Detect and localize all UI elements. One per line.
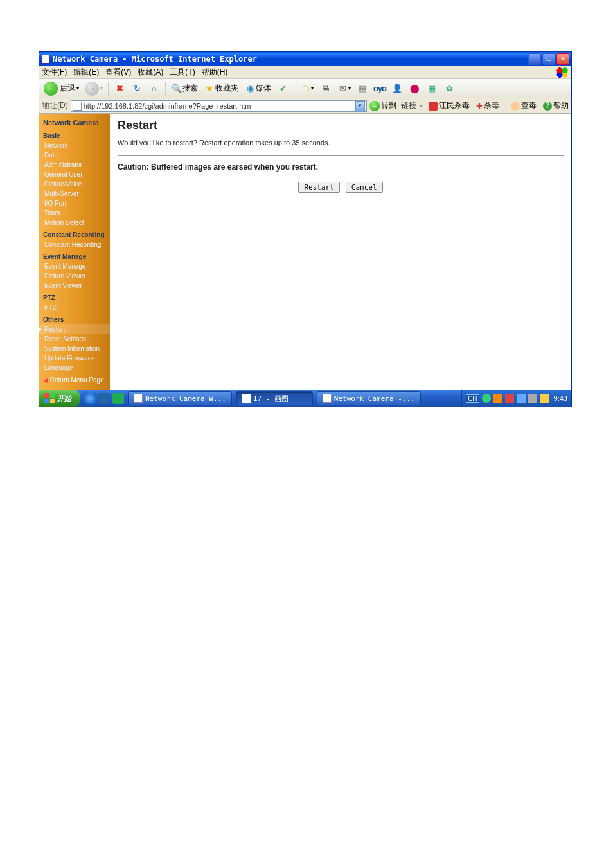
folder-button[interactable]: 🗀▾ — [298, 82, 315, 96]
plus-icon: ✚ — [476, 102, 483, 111]
sidebar-return-link[interactable]: Return Menu Page — [39, 373, 110, 385]
favorites-button[interactable]: ★ 收藏夹 — [202, 82, 240, 96]
tool-button-3[interactable]: ✿ — [441, 82, 457, 96]
sidebar-section-others: Others — [39, 312, 110, 324]
restart-button[interactable]: Restart — [298, 182, 339, 193]
maximize-button[interactable]: □ — [542, 53, 555, 65]
stop-button[interactable]: ✖ — [112, 82, 127, 96]
sidebar-item-picture-viewer[interactable]: Picture Viewer — [39, 271, 110, 281]
ql-app-icon[interactable] — [112, 393, 124, 404]
links-label[interactable]: 链接 — [401, 100, 416, 111]
taskbar-item-2[interactable]: 17 - 画图 — [236, 391, 313, 405]
sidebar-item-language[interactable]: Language — [39, 363, 110, 373]
tray-icon-1[interactable] — [482, 394, 491, 403]
tray-icon-4[interactable] — [517, 394, 526, 403]
sidebar-item-administrator[interactable]: Administrator — [39, 160, 110, 170]
start-button[interactable]: 开始 — [39, 390, 80, 407]
home-icon: ⌂ — [148, 83, 160, 94]
ext-link-3[interactable]: 查毒 — [511, 100, 537, 111]
ql-desktop-icon[interactable] — [98, 393, 110, 404]
taskbar-item-3[interactable]: Network Camera -... — [317, 391, 421, 405]
ie-small-icon — [323, 394, 332, 403]
sidebar-item-update-firmware[interactable]: Update Firmware — [39, 353, 110, 363]
msn-icon: 👤 — [391, 83, 403, 94]
main: Restart Would you like to restart? Resta… — [110, 114, 571, 390]
tray-icon-5[interactable] — [528, 394, 537, 403]
stop-icon: ✖ — [114, 83, 125, 94]
tool-icon-1: ⬤ — [409, 83, 420, 94]
tray-icon-3[interactable] — [505, 394, 514, 403]
address-input[interactable]: http://192.168.1.82/cgi/adminframe?Page=… — [71, 100, 367, 112]
sidebar-item-picture-voice[interactable]: Picture/Voice — [39, 179, 110, 189]
sidebar-item-restart[interactable]: Restart — [39, 324, 110, 334]
sidebar-section-basic: Basic — [39, 128, 110, 141]
go-label: 转到 — [381, 100, 396, 111]
mail-button[interactable]: ✉▾ — [335, 82, 353, 96]
close-button[interactable]: × — [556, 53, 569, 65]
address-label: 地址(D) — [42, 100, 68, 111]
history-button[interactable]: ✔ — [275, 82, 290, 96]
sidebar-item-multi-server[interactable]: Multi-Server — [39, 189, 110, 199]
tray-icon-2[interactable] — [493, 394, 502, 403]
button-row: Restart Cancel — [118, 182, 564, 193]
sidebar-item-event-viewer[interactable]: Event Viewer — [39, 281, 110, 290]
lang-indicator[interactable]: CH — [466, 394, 479, 403]
sidebar-item-network[interactable]: Network — [39, 141, 110, 150]
tool-button-2[interactable]: ▦ — [424, 82, 440, 96]
separator — [294, 82, 294, 96]
sidebar-item-reset-settings[interactable]: Reset Settings — [39, 334, 110, 344]
address-dropdown[interactable]: ▾ — [355, 101, 365, 111]
tool-button-1[interactable]: ⬤ — [407, 82, 422, 96]
menu-file[interactable]: 文件(F) — [42, 67, 67, 78]
menubar: 文件(F) 编辑(E) 查看(V) 收藏(A) 工具(T) 帮助(H) — [39, 66, 571, 79]
ext-link-1[interactable]: 江民杀毒 — [429, 100, 470, 111]
menu-tools[interactable]: 工具(T) — [170, 67, 195, 78]
menu-help[interactable]: 帮助(H) — [202, 67, 228, 78]
menu-favorites[interactable]: 收藏(A) — [138, 67, 163, 78]
sidebar-item-timer[interactable]: Timer — [39, 208, 110, 218]
msn-button[interactable]: 👤 — [389, 82, 405, 96]
sidebar-item-motion-detect[interactable]: Motion Detect — [39, 218, 110, 227]
sidebar-section-ptz: PTZ — [39, 290, 110, 303]
tool-icon-2: ▦ — [426, 83, 438, 94]
sidebar-item-io-port[interactable]: I/O Port — [39, 199, 110, 208]
search-button[interactable]: 🔍 搜索 — [169, 82, 200, 96]
sidebar-item-date[interactable]: Date — [39, 150, 110, 160]
ql-ie-icon[interactable] — [84, 393, 96, 404]
print-icon: 🖶 — [319, 83, 331, 94]
history-icon: ✔ — [277, 83, 289, 94]
oyo-icon: oyo — [374, 83, 386, 94]
star-icon: ★ — [204, 83, 215, 94]
scan-icon — [511, 102, 520, 111]
page-icon — [73, 102, 82, 111]
sidebar-item-ptz[interactable]: PTZ — [39, 303, 110, 312]
go-button[interactable]: → 转到 — [369, 100, 396, 111]
media-button[interactable]: ◉ 媒体 — [242, 82, 273, 96]
taskbar: 开始 Network Camera W... 17 - 画图 Network C… — [39, 390, 571, 407]
forward-button[interactable]: → ▾ — [83, 82, 105, 96]
taskbar-item-1[interactable]: Network Camera W... — [128, 391, 232, 405]
oyo-button[interactable]: oyo — [372, 82, 387, 96]
ext-link-4[interactable]: ? 帮助 — [543, 100, 569, 111]
ext-link-2[interactable]: ✚ 杀毒 — [476, 100, 499, 111]
print-button[interactable]: 🖶 — [317, 82, 333, 96]
sidebar-item-constant-recording[interactable]: Constant Recording — [39, 240, 110, 249]
sidebar-item-general-user[interactable]: General User — [39, 170, 110, 179]
edit-button[interactable]: ▦ — [355, 82, 370, 96]
sidebar-item-system-information[interactable]: System Information — [39, 344, 110, 353]
menu-edit[interactable]: 编辑(E) — [73, 67, 99, 78]
sidebar-item-event-manage[interactable]: Event Manage — [39, 261, 110, 271]
back-button[interactable]: ← 后退 ▾ — [42, 82, 81, 96]
caution-text: Caution: Buffered images are earsed when… — [118, 163, 564, 172]
home-button[interactable]: ⌂ — [147, 82, 162, 96]
tray-icon-6[interactable] — [540, 394, 549, 403]
refresh-button[interactable]: ↻ — [129, 82, 145, 96]
ext-link-2-label: 杀毒 — [484, 100, 499, 111]
menu-view[interactable]: 查看(V) — [105, 67, 131, 78]
forward-icon: → — [85, 82, 99, 96]
address-url: http://192.168.1.82/cgi/adminframe?Page=… — [84, 102, 353, 110]
clock[interactable]: 9:43 — [554, 394, 567, 402]
cancel-button[interactable]: Cancel — [346, 182, 383, 193]
windows-logo-icon — [44, 393, 55, 403]
minimize-button[interactable]: _ — [528, 53, 541, 65]
